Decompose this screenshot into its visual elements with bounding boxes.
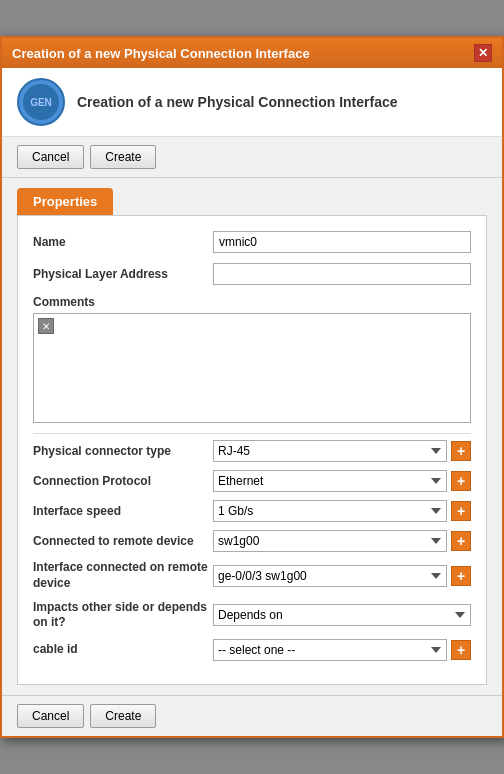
cable-id-label: cable id bbox=[33, 642, 213, 658]
interface-speed-add-button[interactable]: + bbox=[451, 501, 471, 521]
interface-connected-row: Interface connected on remote device ge-… bbox=[33, 560, 471, 591]
connected-remote-add-button[interactable]: + bbox=[451, 531, 471, 551]
impacts-row: Impacts other side or depends on it? Dep… bbox=[33, 600, 471, 631]
footer: Cancel Create bbox=[2, 695, 502, 736]
connection-protocol-label: Connection Protocol bbox=[33, 474, 213, 490]
create-button-top[interactable]: Create bbox=[90, 145, 156, 169]
content-area: Properties Name Physical Layer Address C… bbox=[2, 178, 502, 694]
create-button-bottom[interactable]: Create bbox=[90, 704, 156, 728]
cable-id-add-button[interactable]: + bbox=[451, 640, 471, 660]
interface-connected-control: ge-0/0/3 sw1g00 ge-0/0/1 sw1g00 ge-0/0/2… bbox=[213, 565, 471, 587]
impacts-select[interactable]: Depends on Impacts Both bbox=[213, 604, 471, 626]
interface-connected-label: Interface connected on remote device bbox=[33, 560, 213, 591]
cable-id-select[interactable]: -- select one -- cable-001 cable-002 bbox=[213, 639, 447, 661]
name-control bbox=[213, 231, 471, 253]
close-button[interactable]: ✕ bbox=[474, 44, 492, 62]
tab-bar: Properties bbox=[17, 188, 487, 215]
physical-layer-row: Physical Layer Address bbox=[33, 263, 471, 285]
name-label: Name bbox=[33, 231, 213, 249]
main-window: Creation of a new Physical Connection In… bbox=[0, 36, 504, 737]
comments-label: Comments bbox=[33, 295, 471, 309]
tab-content: Name Physical Layer Address Comments ✕ bbox=[17, 215, 487, 684]
physical-connector-control: RJ-45 RJ-11 SFP QSFP Other + bbox=[213, 440, 471, 462]
connected-remote-control: sw1g00 sw1g01 sw1g02 + bbox=[213, 530, 471, 552]
logo-inner: GEN bbox=[23, 84, 59, 120]
cable-id-control: -- select one -- cable-001 cable-002 + bbox=[213, 639, 471, 661]
connected-remote-row: Connected to remote device sw1g00 sw1g01… bbox=[33, 530, 471, 552]
physical-layer-input[interactable] bbox=[213, 263, 471, 285]
impacts-control: Depends on Impacts Both bbox=[213, 604, 471, 626]
divider bbox=[33, 433, 471, 434]
logo: GEN bbox=[17, 78, 65, 126]
cancel-button-bottom[interactable]: Cancel bbox=[17, 704, 84, 728]
connected-remote-label: Connected to remote device bbox=[33, 534, 213, 550]
connection-protocol-select[interactable]: Ethernet ATM Frame Relay Other bbox=[213, 470, 447, 492]
interface-speed-control: 1 Gb/s 10 Mb/s 100 Mb/s 10 Gb/s + bbox=[213, 500, 471, 522]
interface-connected-add-button[interactable]: + bbox=[451, 566, 471, 586]
window-title: Creation of a new Physical Connection In… bbox=[12, 46, 310, 61]
physical-connector-select[interactable]: RJ-45 RJ-11 SFP QSFP Other bbox=[213, 440, 447, 462]
connection-protocol-add-button[interactable]: + bbox=[451, 471, 471, 491]
impacts-label: Impacts other side or depends on it? bbox=[33, 600, 213, 631]
comments-delete-button[interactable]: ✕ bbox=[38, 318, 54, 334]
physical-connector-label: Physical connector type bbox=[33, 444, 213, 460]
interface-speed-label: Interface speed bbox=[33, 504, 213, 520]
connection-protocol-row: Connection Protocol Ethernet ATM Frame R… bbox=[33, 470, 471, 492]
name-row: Name bbox=[33, 231, 471, 253]
physical-connector-add-button[interactable]: + bbox=[451, 441, 471, 461]
interface-connected-select[interactable]: ge-0/0/3 sw1g00 ge-0/0/1 sw1g00 ge-0/0/2… bbox=[213, 565, 447, 587]
tab-properties[interactable]: Properties bbox=[17, 188, 113, 215]
interface-speed-select[interactable]: 1 Gb/s 10 Mb/s 100 Mb/s 10 Gb/s bbox=[213, 500, 447, 522]
interface-speed-row: Interface speed 1 Gb/s 10 Mb/s 100 Mb/s … bbox=[33, 500, 471, 522]
comments-area: Comments ✕ bbox=[33, 295, 471, 423]
comments-box: ✕ bbox=[33, 313, 471, 423]
physical-layer-control bbox=[213, 263, 471, 285]
title-bar: Creation of a new Physical Connection In… bbox=[2, 38, 502, 68]
name-input[interactable] bbox=[213, 231, 471, 253]
header-title: Creation of a new Physical Connection In… bbox=[77, 94, 398, 110]
physical-layer-label: Physical Layer Address bbox=[33, 263, 213, 281]
toolbar: Cancel Create bbox=[2, 137, 502, 178]
physical-connector-row: Physical connector type RJ-45 RJ-11 SFP … bbox=[33, 440, 471, 462]
connection-protocol-control: Ethernet ATM Frame Relay Other + bbox=[213, 470, 471, 492]
connected-remote-select[interactable]: sw1g00 sw1g01 sw1g02 bbox=[213, 530, 447, 552]
cable-id-row: cable id -- select one -- cable-001 cabl… bbox=[33, 639, 471, 661]
header: GEN Creation of a new Physical Connectio… bbox=[2, 68, 502, 137]
cancel-button-top[interactable]: Cancel bbox=[17, 145, 84, 169]
